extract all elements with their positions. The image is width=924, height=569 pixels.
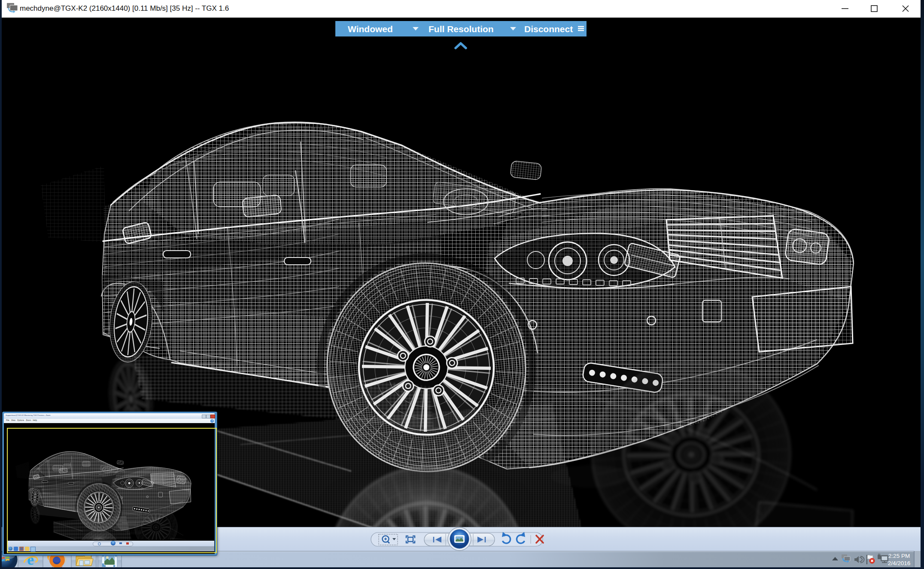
svg-text:2/4/2016: 2/4/2016 <box>888 560 911 566</box>
svg-text:2:25 PM: 2:25 PM <box>888 553 910 559</box>
